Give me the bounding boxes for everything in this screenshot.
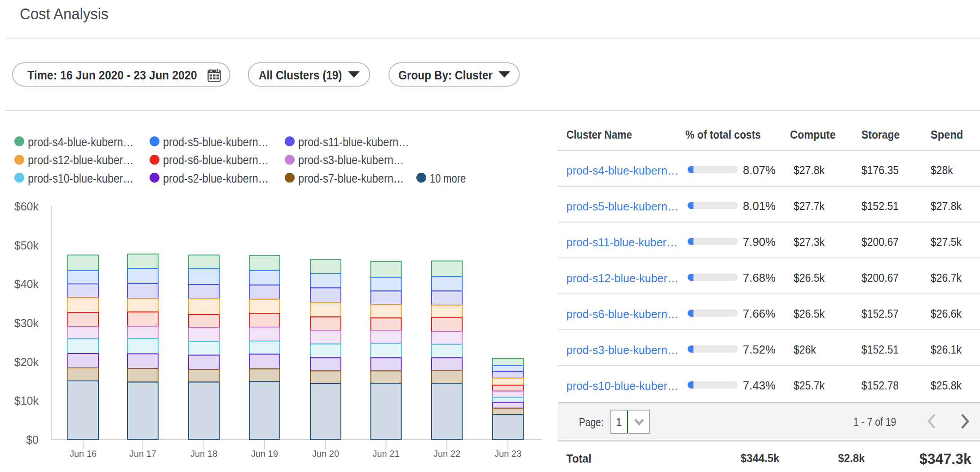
svg-text:Jun 19: Jun 19 [251, 448, 278, 459]
svg-text:Jun 21: Jun 21 [373, 448, 400, 459]
svg-text:$10k: $10k [14, 394, 39, 407]
svg-text:Jun 18: Jun 18 [190, 448, 217, 459]
svg-text:$30k: $30k [14, 317, 39, 329]
svg-text:$20k: $20k [14, 356, 39, 368]
svg-text:Jun 23: Jun 23 [494, 448, 521, 459]
svg-text:Jun 17: Jun 17 [129, 448, 156, 459]
svg-text:Jun 16: Jun 16 [70, 448, 97, 459]
svg-text:Jun 22: Jun 22 [433, 448, 460, 459]
svg-text:Jun 20: Jun 20 [312, 448, 339, 459]
svg-text:$0: $0 [26, 433, 39, 446]
svg-text:$40k: $40k [14, 278, 39, 290]
svg-text:$60k: $60k [14, 200, 39, 213]
svg-text:$50k: $50k [14, 239, 39, 252]
